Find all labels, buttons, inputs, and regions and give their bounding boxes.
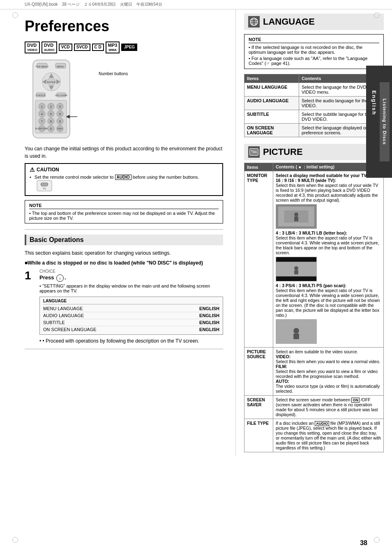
pic-table-header-items: Items [244,163,273,171]
svg-point-69 [293,328,299,334]
tv-thumb-wide [276,204,317,229]
svg-text:TV: TV [43,187,46,190]
main-content: Preferences DVD VIDEO DVD AUDIO VCD SVCD… [0,9,236,456]
sidebar-lang: English [369,82,380,161]
svg-text:7: 7 [41,120,43,123]
note-box-left: NOTE • The top and bottom of the prefere… [25,200,223,223]
badge-vcd: VCD [59,44,72,51]
svg-point-65 [294,266,298,270]
page-title: Preferences [25,18,223,35]
right-note-title: NOTE [249,37,379,43]
basic-ops-header: Basic Operations [25,235,223,245]
svg-text:4: 4 [41,112,43,116]
svg-text:1: 1 [41,105,43,108]
format-badges: DVD VIDEO DVD AUDIO VCD SVCD C D MP3 WMA… [25,41,223,53]
step-1-content: CHOICE Press ○. • "SETTING" appears in t… [39,269,223,344]
top-bar-text: UX-Q09[UN].book 38 ページ ２０04年9月28日 火曜日 午前… [25,2,162,7]
picture-icon [248,146,260,158]
picture-section-header: PICTURE [244,144,384,160]
svg-text:100+: 100+ [57,127,63,130]
svg-point-59 [294,212,298,216]
pic-row-source: PICTURE SOURCE Select an item suitable t… [244,348,384,396]
basic-ops-bold-intro: ■While a disc is stopped or no disc is l… [25,260,223,266]
pic-row-monitor: MONITOR TYPE Select a display method sui… [244,171,384,348]
svg-rect-63 [276,276,316,281]
section-sidebar-label: English Listening to Discs [366,66,392,178]
caution-box: CAUTION • Set the remote control mode se… [25,163,223,196]
tv-thumb-ps [276,319,317,344]
right-note-item-1: • If the selected language is not record… [249,45,379,55]
badge-dvd-audio: DVD AUDIO [42,41,57,53]
badge-jpeg: JPEG [121,44,137,51]
svg-rect-45 [41,183,48,186]
remote-area: TOP MENU MENU ENTER CHOICE ON CHAIN [25,59,223,139]
top-bar: UX-Q09[UN].book 38 ページ ２０04年9月28日 火曜日 午前… [0,0,392,9]
lang-row-subtitle: SUBTITLE Select the subtitle language fo… [244,110,384,124]
language-table: Items Contents MENU LANGUAGE Select the … [244,74,384,137]
svg-rect-66 [294,270,298,274]
pic-row-screensaver: SCREEN SAVER Select the screen saver mod… [244,396,384,419]
screen-header: LANGUAGE [43,299,219,304]
intro-text: You can change the initial settings of t… [25,145,223,160]
svg-text:6: 6 [59,112,61,116]
note-text-left: • The top and bottom of the preference s… [29,211,219,221]
right-note-item-2: • For a language code such as "AA", refe… [249,56,379,66]
svg-text:ENTER: ENTER [47,81,56,83]
caution-title: CAUTION [30,166,218,173]
svg-text:CHOICE: CHOICE [36,94,45,97]
caution-content: • Set the remote control mode selector t… [30,175,218,193]
svg-rect-62 [276,257,316,262]
svg-text:3: 3 [59,105,61,108]
svg-text:TOP MENU: TOP MENU [35,65,48,68]
svg-text:IN RETURN: IN RETURN [35,127,49,130]
svg-text:MENU: MENU [57,65,64,68]
mode-diagram: AUDIO TV [36,180,53,193]
badge-mp3-wma: MP3 WMA [106,41,120,53]
step-1-description: • "SETTING" appears in the display windo… [39,283,223,293]
svg-rect-70 [293,334,299,339]
svg-text:9: 9 [59,120,61,123]
screen-row-subtitle: SUBTITLE ENGLISH [43,319,219,326]
svg-point-54 [251,150,253,152]
screen-row-menu: MENU LANGUAGE ENGLISH [43,305,219,312]
audio-badge: AUDIO [115,175,131,180]
svg-text:ON CHAIN: ON CHAIN [55,94,67,97]
step-1: 1 CHOICE Press ○. • "SETTING" appears in… [25,269,223,344]
right-note-box: NOTE • If the selected language is not r… [244,34,384,69]
sidebar-label: Listening to Discs [380,82,390,161]
remote-label: Number buttons [95,59,128,76]
picture-table: Items Contents (■ : initial setting) MON… [244,163,384,452]
lang-row-onscreen: ON SCREEN LANGUAGE Select the language d… [244,124,384,137]
language-section-header: LANGUAGE [244,14,384,30]
screen-row-onscreen: ON SCREEN LANGUAGE ENGLISH [43,326,219,333]
choice-button-icon: ○ [56,274,64,282]
step-number-1: 1 [25,269,39,282]
basic-ops-intro: This section explains basic operation fo… [25,249,223,257]
badge-svcd: SVCD [74,44,90,51]
screen-row-audio: AUDIO LANGUAGE ENGLISH [43,312,219,319]
corner-mark-tr [374,12,380,18]
svg-text:2: 2 [50,105,52,108]
step-1-press: Press ○. [39,274,223,282]
badge-cd: C D [92,44,104,51]
note-title-left: NOTE [29,203,219,209]
pic-row-filetype: FILE TYPE If a disc includes an AUDIO fi… [244,419,384,452]
svg-rect-60 [294,216,298,221]
badge-dvd-video: DVD VIDEO [25,41,40,53]
step-1-label: CHOICE [39,269,223,274]
svg-text:5: 5 [50,112,52,116]
proceed-text: • • Proceed with operations by following… [39,338,223,344]
divider-2 [25,349,223,349]
corner-mark-bl [12,537,18,543]
corner-mark-br [374,537,380,543]
corner-mark-tl [12,12,18,18]
screen-display: LANGUAGE MENU LANGUAGE ENGLISH AUDIO LAN… [39,297,223,335]
svg-text:0: 0 [50,127,52,131]
tv-thumb-lb [276,257,317,281]
svg-text:8: 8 [50,120,52,123]
language-icon [248,16,260,28]
lang-table-header-items: Items [244,74,299,83]
remote-image: TOP MENU MENU ENTER CHOICE ON CHAIN [25,59,95,139]
lang-row-menu: MENU LANGUAGE Select the language for th… [244,83,384,97]
page-number: 38 [360,539,367,547]
